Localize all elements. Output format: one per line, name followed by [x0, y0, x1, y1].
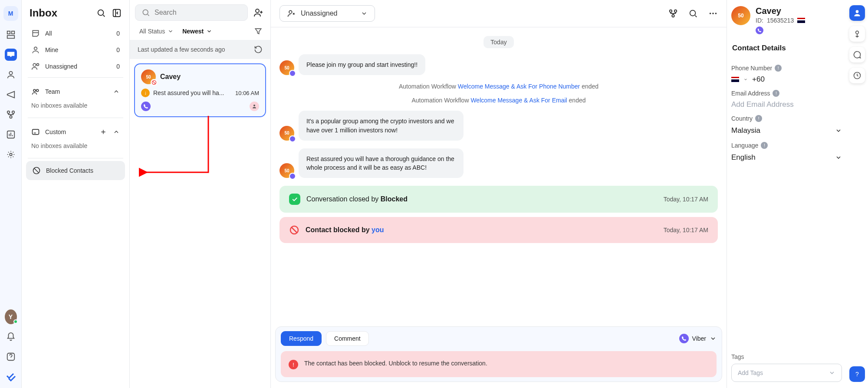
svg-point-4 [7, 111, 10, 114]
chevron-up-icon[interactable] [113, 128, 120, 135]
search-input[interactable] [155, 9, 241, 16]
message-bubble: It's a popular group among the crypto in… [299, 111, 464, 141]
collapse-sidebar-icon[interactable] [112, 8, 122, 18]
svg-point-28 [710, 13, 711, 14]
country-select[interactable]: Malaysia [731, 125, 842, 136]
system-event: Automation Workflow Welcome Message & As… [279, 97, 718, 104]
inbox-all[interactable]: All 0 [26, 25, 125, 42]
sort-filter[interactable]: Newest [182, 28, 212, 35]
info-icon[interactable]: ! [761, 142, 768, 149]
svg-point-27 [690, 10, 696, 16]
contact-panel-toggle[interactable] [849, 5, 865, 21]
language-label: Language! [731, 142, 842, 149]
contacts-icon[interactable] [5, 69, 17, 81]
contact-avatar [731, 6, 750, 25]
message-bubble: Please join my group and start investing… [299, 54, 425, 75]
info-icon[interactable]: ! [773, 90, 779, 97]
closed-banner: Conversation closed by Blocked Today, 10… [279, 186, 718, 213]
svg-point-5 [12, 111, 14, 114]
email-label: Email Address! [731, 90, 842, 97]
svg-point-6 [10, 116, 12, 118]
team-section[interactable]: Team [26, 83, 125, 100]
svg-point-26 [672, 15, 674, 17]
message-bubble: Rest assured you will have a thorough gu… [299, 148, 464, 178]
search-box[interactable] [135, 4, 248, 21]
settings-icon[interactable] [5, 148, 17, 161]
dashboard-icon[interactable] [5, 29, 17, 41]
status-filter[interactable]: All Status [139, 28, 174, 35]
workflow-icon[interactable] [668, 9, 678, 18]
user-link[interactable]: you [372, 226, 384, 233]
reports-icon[interactable] [5, 128, 17, 141]
respond-tab[interactable]: Respond [281, 331, 322, 346]
language-select[interactable]: English [731, 152, 842, 163]
message-preview: Rest assured you will ha... [153, 89, 232, 96]
phone-label: Phone Number! [731, 65, 842, 72]
message-row: It's a popular group among the crypto in… [279, 111, 718, 141]
message-time: 10:06 AM [235, 90, 259, 96]
custom-section[interactable]: Custom [26, 123, 125, 141]
inbox-mine[interactable]: Mine 0 [26, 42, 125, 58]
tags-label: Tags [731, 353, 842, 360]
tags-input[interactable]: Add Tags [731, 364, 842, 382]
inbox-sidebar: Inbox All 0 Mine 0 Unassigned 0 Team No … [22, 0, 130, 388]
workflow-link[interactable]: Welcome Message & Ask For Phone Number [458, 83, 580, 90]
last-updated: Last updated a few seconds ago [130, 40, 270, 59]
svg-point-20 [256, 9, 259, 13]
contact-id: 15635213 [767, 17, 794, 24]
inbox-unassigned[interactable]: Unassigned 0 [26, 58, 125, 75]
history-icon[interactable] [849, 68, 865, 83]
svg-rect-2 [7, 36, 14, 38]
team-icon [31, 87, 40, 96]
country-label: Country! [731, 115, 842, 122]
info-icon[interactable]: ! [775, 65, 782, 72]
search-icon[interactable] [688, 9, 698, 18]
email-field[interactable]: Add Email Address [731, 100, 842, 109]
right-rail: ? [846, 0, 868, 388]
add-custom-icon[interactable] [100, 128, 107, 135]
help-icon[interactable] [5, 351, 17, 363]
svg-point-22 [253, 105, 255, 106]
inbox-icon[interactable] [5, 49, 17, 61]
svg-point-8 [10, 153, 12, 156]
whatsapp-icon[interactable] [849, 47, 865, 62]
chevron-up-icon[interactable] [113, 88, 120, 95]
filter-icon[interactable] [254, 27, 263, 36]
workflow-link[interactable]: Welcome Message & Ask For Email [470, 97, 567, 104]
info-icon[interactable]: ! [755, 115, 762, 122]
block-icon [32, 166, 41, 175]
blocked-warning: ! The contact has been blocked. Unblock … [281, 351, 717, 377]
svg-point-24 [670, 10, 672, 13]
event-timestamp: Today, 10:17 AM [664, 227, 708, 233]
workspace-avatar[interactable]: M [3, 6, 18, 21]
help-fab[interactable]: ? [849, 366, 865, 382]
event-timestamp: Today, 10:17 AM [664, 196, 708, 203]
viber-badge-icon [289, 135, 296, 142]
svg-rect-0 [7, 31, 10, 34]
svg-point-19 [143, 10, 148, 15]
channel-select[interactable]: Viber [679, 334, 717, 343]
contact-panel: Cavey ID: 15635213 Contact Details Phone… [727, 0, 846, 388]
more-icon[interactable] [708, 9, 718, 18]
team-empty: No inboxes available [26, 100, 125, 115]
inbox-title: Inbox [30, 7, 57, 19]
notifications-icon[interactable] [5, 331, 17, 343]
add-contact-icon[interactable] [253, 7, 263, 18]
svg-rect-17 [33, 129, 39, 135]
broadcast-icon[interactable] [5, 89, 17, 101]
contact-avatar [141, 69, 156, 84]
svg-point-32 [856, 10, 859, 13]
phone-field[interactable]: +60 [731, 75, 842, 84]
conversation-card[interactable]: Cavey ↓ Rest assured you will ha... 10:0… [134, 63, 266, 117]
activity-icon[interactable] [849, 26, 865, 42]
svg-point-16 [36, 89, 39, 92]
workflow-icon[interactable] [5, 109, 17, 121]
viber-icon [679, 334, 689, 343]
search-icon[interactable] [96, 8, 106, 18]
blocked-contacts[interactable]: Blocked Contacts [26, 161, 125, 180]
user-avatar[interactable]: Y [5, 311, 17, 323]
comment-tab[interactable]: Comment [326, 331, 369, 346]
refresh-icon[interactable] [254, 45, 263, 54]
assignee-select[interactable]: Unassigned [279, 5, 375, 22]
custom-empty: No inboxes available [26, 141, 125, 155]
